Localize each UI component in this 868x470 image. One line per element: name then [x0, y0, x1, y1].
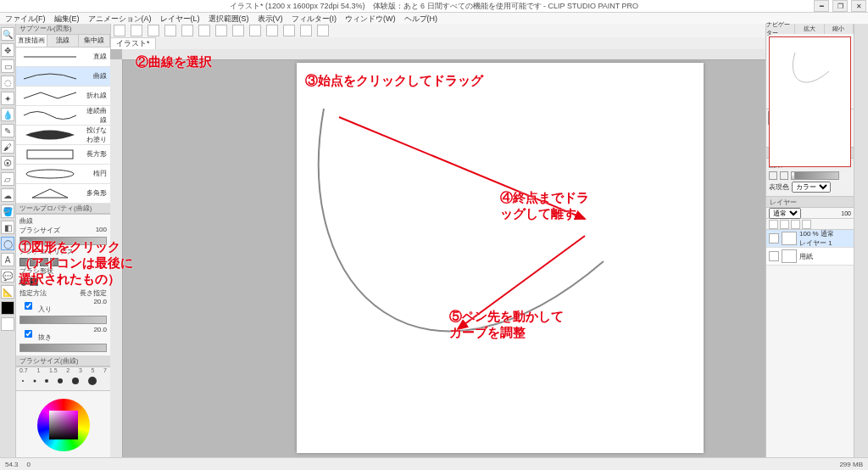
subtool-line[interactable]: 直線 — [16, 48, 110, 67]
prop-start-slider[interactable] — [19, 316, 107, 324]
document-tabs: イラスト* — [0, 37, 868, 50]
layer-row-1[interactable]: 100 % 通常 レイヤー 1 — [766, 230, 854, 248]
layer-ref-icon[interactable] — [791, 220, 800, 229]
layer-visibility-icon[interactable] — [769, 251, 779, 261]
rotate-icon[interactable] — [283, 25, 295, 36]
layer-lock-icon[interactable] — [769, 220, 778, 229]
subtool-rect[interactable]: 長方形 — [16, 145, 110, 165]
canvas-area[interactable] — [110, 49, 766, 458]
tool-gradient[interactable]: ◧ — [1, 221, 14, 234]
minimize-button[interactable]: ━ — [814, 0, 829, 12]
tool-fill[interactable]: 🪣 — [1, 204, 14, 218]
open-icon[interactable] — [131, 25, 142, 36]
command-bar — [110, 24, 766, 38]
menu-file[interactable]: ファイル(F) — [5, 14, 46, 25]
subtool-polyline[interactable]: 折れ線 — [16, 87, 110, 106]
navigator-panel: ナビゲーター 拡大 縮小 54.3 — [766, 24, 854, 109]
prop-start-check[interactable]: 入り — [19, 298, 52, 314]
tool-figure[interactable]: ◯ — [1, 237, 14, 250]
zoom-icon[interactable] — [266, 25, 278, 36]
navtab-zoomout[interactable]: 縮小 — [825, 24, 854, 34]
redo-icon[interactable] — [181, 25, 193, 36]
new-icon[interactable] — [114, 25, 125, 36]
nav-zoom-slider[interactable] — [794, 171, 839, 180]
prop-size-slider[interactable] — [19, 237, 107, 245]
subtab-direct[interactable]: 直接描画 — [16, 35, 47, 47]
layer-thumb — [782, 232, 797, 245]
color-square[interactable] — [49, 411, 78, 439]
paste-icon[interactable] — [249, 25, 261, 36]
prop-end-slider[interactable] — [19, 344, 107, 352]
prop-size-value[interactable]: 100 — [96, 226, 107, 235]
effect-border-icon[interactable] — [769, 171, 777, 180]
svg-marker-3 — [32, 189, 68, 198]
subtab-focus[interactable]: 集中線 — [79, 35, 110, 47]
tool-marquee[interactable]: ▭ — [1, 59, 14, 73]
close-button[interactable]: ✕ — [851, 0, 866, 12]
subtool-polygon[interactable]: 多角形 — [16, 184, 110, 204]
tool-lasso[interactable]: ◌ — [1, 76, 14, 89]
layer-row-paper[interactable]: 用紙 — [766, 248, 854, 266]
tool-move[interactable]: ✥ — [1, 43, 14, 57]
prop-brushshape-label: ブラシ形状 — [19, 266, 107, 276]
prop-brushshape[interactable] — [19, 277, 107, 286]
layer-opacity-value[interactable]: 100 — [841, 210, 851, 216]
tab-illust[interactable]: イラスト* — [110, 37, 156, 50]
layer-blend-select[interactable]: 通常 — [769, 208, 801, 219]
tool-eyedropper[interactable]: 💧 — [1, 108, 14, 121]
subtool-curve[interactable]: 曲線 — [16, 67, 110, 87]
navigator-view[interactable] — [769, 36, 851, 167]
prop-aa-options[interactable] — [19, 258, 107, 266]
flip-icon[interactable] — [300, 25, 312, 36]
menu-help[interactable]: ヘルプ(H) — [404, 14, 438, 25]
menu-selection[interactable]: 選択範囲(S) — [209, 14, 249, 25]
tool-blend[interactable]: ☁ — [1, 188, 14, 202]
svg-point-8 — [72, 378, 79, 384]
layer-draft-icon[interactable] — [802, 220, 811, 229]
navtab-navigator[interactable]: ナビゲーター — [766, 24, 795, 34]
maximize-button[interactable]: ❐ — [832, 0, 848, 12]
menu-animation[interactable]: アニメーション(A) — [88, 14, 152, 25]
subtool-lassofill[interactable]: 投げなわ塗り — [16, 126, 110, 145]
layer-visibility-icon[interactable] — [769, 233, 779, 243]
color-fg[interactable] — [1, 301, 14, 315]
tool-text[interactable]: A — [1, 253, 14, 266]
color-bg[interactable] — [1, 317, 14, 331]
prop-start-value[interactable]: 20.0 — [93, 298, 107, 314]
tool-pen[interactable]: ✎ — [1, 124, 14, 137]
tool-brush[interactable]: 🖌 — [1, 140, 14, 154]
brushsize-panel[interactable]: 0.7 1 1.5 2 3 5 7 — [16, 366, 110, 390]
effect-tone-icon[interactable] — [780, 171, 788, 180]
menu-view[interactable]: 表示(V) — [258, 14, 283, 25]
color-wheel[interactable] — [37, 399, 90, 451]
layer-name: 用紙 — [799, 252, 813, 261]
subtool-ellipse[interactable]: 楕円 — [16, 165, 110, 184]
tool-ruler[interactable]: 📐 — [1, 285, 14, 299]
tool-wand[interactable]: ✦ — [1, 92, 14, 105]
canvas[interactable] — [297, 63, 704, 453]
color-wheel-panel — [16, 390, 110, 458]
lprop-colormode-select[interactable]: カラー — [792, 182, 831, 193]
tool-balloon[interactable]: 💬 — [1, 269, 14, 283]
subtool-tabs: 直接描画 流線 集中線 — [16, 35, 110, 48]
menu-window[interactable]: ウィンドウ(W) — [345, 14, 396, 25]
subtool-spline[interactable]: 連続曲線 — [16, 106, 110, 126]
copy-icon[interactable] — [232, 25, 244, 36]
prop-end-value[interactable]: 20.0 — [93, 326, 107, 342]
menu-filter[interactable]: フィルター(I) — [292, 14, 337, 25]
tool-magnifier[interactable]: 🔍 — [1, 27, 14, 41]
tool-eraser[interactable]: ▱ — [1, 172, 14, 186]
pref-icon[interactable] — [317, 25, 329, 36]
layer-clip-icon[interactable] — [780, 220, 789, 229]
subtab-stream[interactable]: 流線 — [47, 35, 79, 47]
cut-icon[interactable] — [215, 25, 227, 36]
prop-end-check[interactable]: 抜き — [19, 326, 52, 342]
save-icon[interactable] — [147, 25, 159, 36]
navtab-zoomin[interactable]: 拡大 — [795, 24, 824, 34]
tool-airbrush[interactable]: ⦿ — [1, 156, 14, 170]
menu-edit[interactable]: 編集(E) — [54, 14, 80, 25]
menu-layer[interactable]: レイヤー(L) — [160, 14, 200, 25]
status-mem: 299 MB — [839, 461, 863, 468]
delete-icon[interactable] — [198, 25, 210, 36]
undo-icon[interactable] — [164, 25, 176, 36]
